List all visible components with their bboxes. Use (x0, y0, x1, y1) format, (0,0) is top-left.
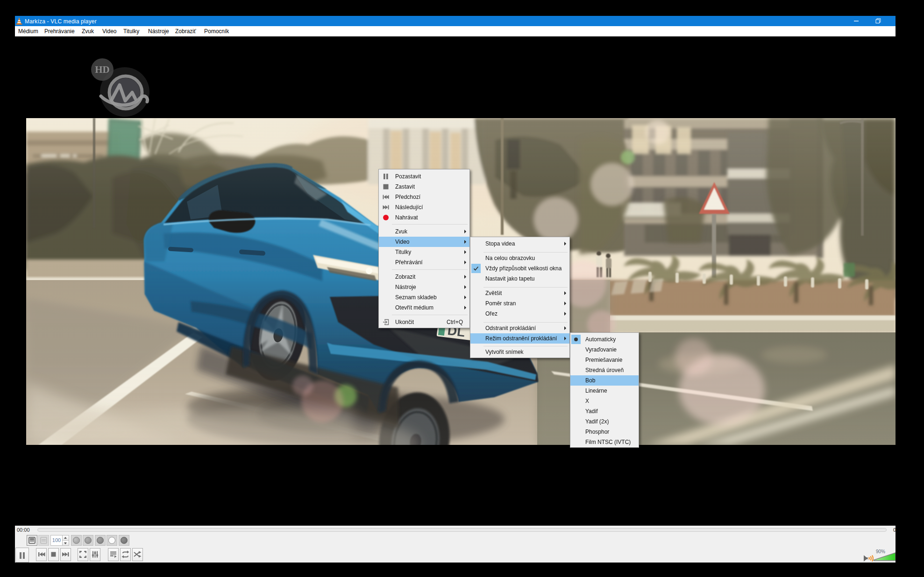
svg-text:HD: HD (95, 64, 110, 75)
